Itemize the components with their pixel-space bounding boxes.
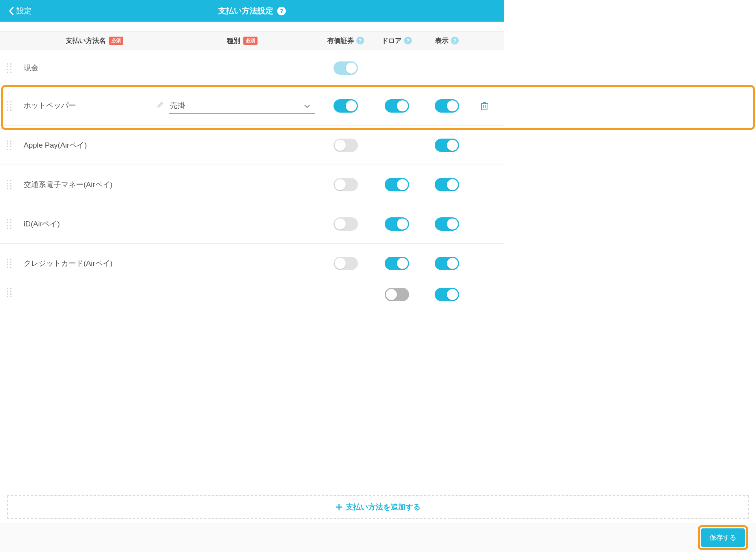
drawer-cell xyxy=(372,288,421,301)
securities-toggle[interactable] xyxy=(334,139,358,152)
help-icon[interactable]: ? xyxy=(277,7,286,15)
payment-method-list: 現金売掛Apple Pay(Airペイ)交通系電子マネー(Airペイ)iD(Ai… xyxy=(0,50,504,305)
payment-type-select[interactable]: 売掛 xyxy=(169,97,315,114)
help-icon[interactable]: ? xyxy=(404,37,412,44)
title-text: 支払い方法設定 xyxy=(218,6,273,16)
drag-handle-icon[interactable] xyxy=(7,141,15,150)
trash-icon xyxy=(480,101,489,111)
drawer-cell xyxy=(372,257,421,270)
column-header-row: 支払い方法名 必須 種別 必須 有価証券 ? ドロア ? 表示 ? xyxy=(0,31,504,50)
payment-name-label: 現金 xyxy=(24,63,165,73)
required-badge: 必須 xyxy=(243,37,258,45)
securities-toggle[interactable] xyxy=(334,61,358,75)
chevron-left-icon xyxy=(9,7,14,15)
drawer-cell xyxy=(372,217,421,231)
display-cell xyxy=(421,178,472,191)
drawer-toggle[interactable] xyxy=(385,178,409,191)
securities-cell xyxy=(319,178,372,191)
payment-name-label: 交通系電子マネー(Airペイ) xyxy=(24,180,165,190)
drag-handle-icon[interactable] xyxy=(7,63,15,73)
securities-cell xyxy=(319,99,372,113)
display-toggle[interactable] xyxy=(435,217,459,231)
securities-cell xyxy=(319,217,372,231)
securities-toggle[interactable] xyxy=(334,99,358,113)
name-field-wrap xyxy=(24,97,165,114)
drag-handle-icon[interactable] xyxy=(7,288,15,297)
payment-name-label: iD(Airペイ) xyxy=(24,219,165,229)
pencil-icon xyxy=(157,101,164,110)
securities-toggle[interactable] xyxy=(334,257,358,270)
display-cell xyxy=(421,139,472,152)
type-field-wrap: 売掛 xyxy=(165,97,319,114)
securities-toggle[interactable] xyxy=(334,178,358,191)
payment-method-row: 売掛 xyxy=(0,86,504,126)
payment-method-row: iD(Airペイ) xyxy=(0,204,504,244)
drag-handle-icon[interactable] xyxy=(7,180,15,189)
app-header: 設定 支払い方法設定 ? xyxy=(0,0,504,22)
required-badge: 必須 xyxy=(109,37,123,45)
display-toggle[interactable] xyxy=(435,139,459,152)
help-icon[interactable]: ? xyxy=(356,37,364,44)
column-header-securities: 有価証券 ? xyxy=(319,36,372,45)
securities-toggle[interactable] xyxy=(334,217,358,231)
help-icon[interactable]: ? xyxy=(451,37,459,44)
delete-button[interactable] xyxy=(472,101,496,111)
securities-cell xyxy=(319,257,372,270)
payment-name-input[interactable] xyxy=(24,97,165,114)
drawer-cell xyxy=(372,99,421,113)
securities-cell xyxy=(319,139,372,152)
drawer-toggle[interactable] xyxy=(385,257,409,270)
payment-method-row xyxy=(0,283,504,305)
display-cell xyxy=(421,257,472,270)
securities-cell xyxy=(319,61,372,75)
display-toggle[interactable] xyxy=(435,288,459,301)
drag-handle-icon[interactable] xyxy=(7,101,15,111)
payment-method-row: Apple Pay(Airペイ) xyxy=(0,126,504,165)
payment-name-label: Apple Pay(Airペイ) xyxy=(24,140,165,150)
display-toggle[interactable] xyxy=(435,257,459,270)
drawer-toggle[interactable] xyxy=(385,99,409,113)
drawer-cell xyxy=(372,178,421,191)
display-toggle[interactable] xyxy=(435,99,459,113)
display-cell xyxy=(421,217,472,231)
payment-method-row: クレジットカード(Airペイ) xyxy=(0,244,504,283)
payment-method-row: 現金 xyxy=(0,50,504,86)
payment-name-label: クレジットカード(Airペイ) xyxy=(24,258,165,269)
back-button[interactable]: 設定 xyxy=(9,6,32,16)
column-header-display: 表示 ? xyxy=(421,36,472,45)
display-toggle[interactable] xyxy=(435,178,459,191)
payment-method-row: 交通系電子マネー(Airペイ) xyxy=(0,165,504,204)
page-title: 支払い方法設定 ? xyxy=(218,6,286,16)
drawer-toggle[interactable] xyxy=(385,217,409,231)
drag-handle-icon[interactable] xyxy=(7,259,15,268)
display-cell xyxy=(421,288,472,301)
svg-rect-0 xyxy=(482,104,487,110)
column-header-type: 種別 必須 xyxy=(165,36,319,45)
column-header-drawer: ドロア ? xyxy=(372,36,421,45)
column-header-name: 支払い方法名 必須 xyxy=(0,36,165,45)
display-cell xyxy=(421,99,472,113)
drawer-toggle[interactable] xyxy=(385,288,409,301)
drag-handle-icon[interactable] xyxy=(7,219,15,229)
back-label: 設定 xyxy=(17,6,32,16)
